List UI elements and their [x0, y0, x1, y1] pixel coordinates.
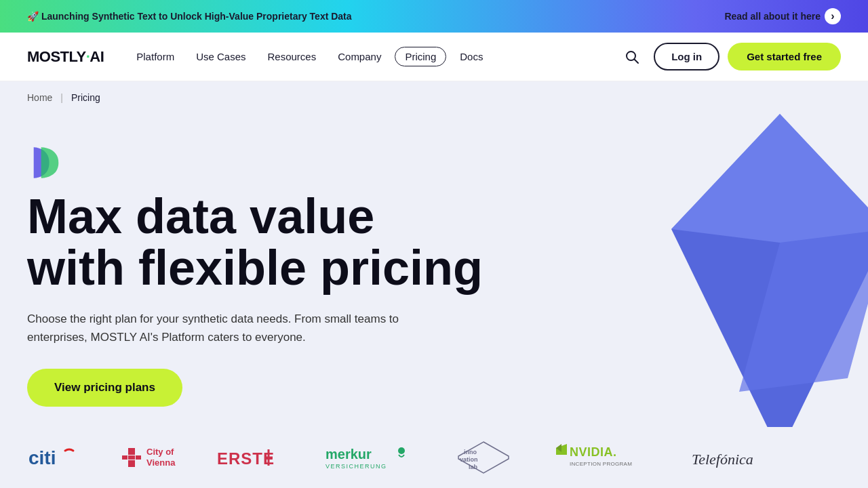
search-icon[interactable]: [618, 43, 646, 70]
navbar: MOSTLY·AI Platform Use Cases Resources C…: [0, 33, 868, 81]
breadcrumb-current: Pricing: [71, 92, 100, 103]
hero-icon: [27, 141, 841, 184]
nvidia-logo: NVIDIA. INCEPTION PROGRAM: [555, 443, 650, 472]
svg-marker-3: [739, 229, 868, 392]
nav-use-cases[interactable]: Use Cases: [188, 47, 254, 66]
nav-docs[interactable]: Docs: [452, 47, 491, 66]
nav-right: Log in Get started free: [618, 43, 841, 70]
login-button[interactable]: Log in: [654, 43, 719, 70]
svg-rect-9: [136, 455, 141, 460]
svg-text:merkur: merkur: [326, 447, 372, 462]
svg-rect-10: [128, 460, 135, 467]
breadcrumb-separator: |: [60, 92, 63, 103]
nav-platform[interactable]: Platform: [128, 47, 182, 66]
svg-text:inno: inno: [464, 449, 477, 455]
nav-left: MOSTLY·AI Platform Use Cases Resources C…: [27, 47, 491, 66]
view-pricing-button[interactable]: View pricing plans: [27, 369, 182, 407]
vienna-label2: Vienna: [146, 458, 175, 468]
svg-text:VERSICHERUNG: VERSICHERUNG: [326, 463, 387, 470]
svg-text:citi: citi: [28, 447, 56, 468]
citi-logo: citi: [27, 445, 81, 470]
get-started-button[interactable]: Get started free: [728, 43, 841, 70]
hero-title-line1: Max data value: [27, 191, 570, 243]
svg-rect-6: [128, 448, 135, 455]
merkur-logo: merkur VERSICHERUNG: [324, 444, 412, 471]
vienna-label: City of: [146, 447, 175, 458]
breadcrumb: Home | Pricing: [0, 81, 868, 114]
city-of-vienna-logo: City of Vienna: [122, 447, 175, 468]
logos-strip: citi City of Vienna ERSTE merkur: [0, 427, 868, 488]
innovation-lab-logo: inno vation lab: [453, 441, 514, 474]
svg-rect-7: [128, 455, 135, 460]
svg-text:INCEPTION PROGRAM: INCEPTION PROGRAM: [570, 461, 632, 467]
logo[interactable]: MOSTLY·AI: [27, 48, 104, 66]
svg-line-1: [635, 59, 639, 63]
erste-logo: ERSTE: [216, 445, 283, 470]
banner-link[interactable]: Read all about it here ›: [724, 8, 841, 24]
hero-subtitle: Choose the right plan for your synthetic…: [27, 310, 434, 346]
svg-text:vation: vation: [460, 456, 478, 463]
breadcrumb-home[interactable]: Home: [27, 92, 52, 103]
banner-text: 🚀 Launching Synthetic Text to Unlock Hig…: [27, 11, 352, 22]
telefonica-logo: Telefónica: [690, 445, 772, 470]
nav-pricing[interactable]: Pricing: [395, 47, 446, 66]
banner-link-text: Read all about it here: [724, 11, 821, 22]
nav-resources[interactable]: Resources: [260, 47, 325, 66]
svg-text:NVIDIA.: NVIDIA.: [570, 445, 617, 459]
hero-section: Max data value with flexible pricing Cho…: [0, 114, 868, 427]
hero-title: Max data value with flexible pricing: [27, 191, 570, 293]
svg-point-15: [398, 447, 405, 454]
svg-text:Telefónica: Telefónica: [692, 451, 753, 468]
banner-arrow-icon: ›: [825, 8, 841, 24]
top-banner: 🚀 Launching Synthetic Text to Unlock Hig…: [0, 0, 868, 33]
svg-text:lab: lab: [469, 464, 478, 470]
nav-company[interactable]: Company: [330, 47, 389, 66]
hero-title-line2: with flexible pricing: [27, 243, 570, 294]
svg-rect-8: [122, 455, 127, 460]
nav-links: Platform Use Cases Resources Company Pri…: [128, 47, 491, 66]
